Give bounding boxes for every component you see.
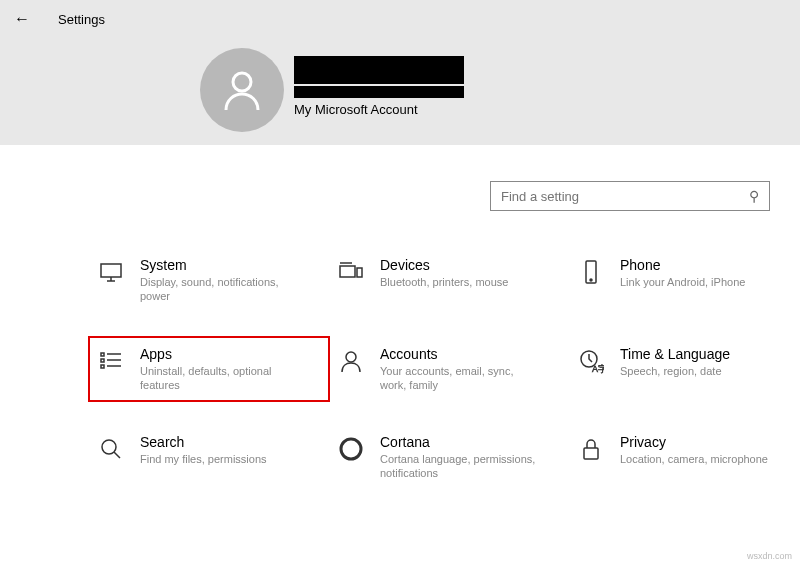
user-icon [218,66,266,114]
phone-icon [574,257,608,285]
tile-system[interactable]: SystemDisplay, sound, notifications, pow… [94,257,324,304]
tile-sub: Location, camera, microphone [620,452,768,466]
tile-title: Devices [380,257,508,273]
tile-search[interactable]: SearchFind my files, permissions [94,434,324,481]
account-section: My Microsoft Account [200,48,464,132]
tile-devices[interactable]: DevicesBluetooth, printers, mouse [334,257,564,304]
ms-account-link[interactable]: My Microsoft Account [294,102,464,117]
search-box[interactable]: ⚲ [490,181,770,211]
svg-rect-16 [584,448,598,459]
tile-title: Time & Language [620,346,730,362]
tile-cortana[interactable]: CortanaCortana language, permissions, no… [334,434,564,481]
tile-sub: Display, sound, notifications, power [140,275,300,304]
tile-accounts[interactable]: AccountsYour accounts, email, sync, work… [334,346,564,393]
svg-point-0 [233,73,251,91]
cortana-icon [334,434,368,462]
redacted-email [294,86,464,98]
svg-rect-1 [101,264,121,277]
tile-apps[interactable]: AppsUninstall, defaults, optional featur… [88,336,330,403]
tile-sub: Cortana language, permissions, notificat… [380,452,540,481]
account-text: My Microsoft Account [294,48,464,117]
settings-grid: SystemDisplay, sound, notifications, pow… [0,211,800,481]
tile-privacy[interactable]: PrivacyLocation, camera, microphone [574,434,800,481]
titlebar: ← Settings [0,0,800,38]
tile-time-language[interactable]: A字 Time & LanguageSpeech, region, date [574,346,800,393]
svg-point-5 [590,279,592,281]
tile-title: Accounts [380,346,540,362]
svg-point-15 [341,439,361,459]
svg-text:A字: A字 [592,364,604,374]
accounts-icon [334,346,368,374]
tile-title: Privacy [620,434,768,450]
svg-rect-8 [101,359,104,362]
tile-sub: Your accounts, email, sync, work, family [380,364,540,393]
tile-sub: Find my files, permissions [140,452,267,466]
apps-icon [94,346,128,374]
header: ← Settings My Microsoft Account [0,0,800,145]
redacted-name [294,56,464,84]
watermark: wsxdn.com [747,551,792,561]
tile-sub: Uninstall, defaults, optional features [140,364,300,393]
svg-point-10 [346,352,356,362]
tile-title: Apps [140,346,300,362]
page-title: Settings [58,12,105,27]
devices-icon [334,257,368,285]
search-area: ⚲ [0,145,800,211]
svg-rect-3 [357,268,362,277]
privacy-icon [574,434,608,462]
tile-title: System [140,257,300,273]
tile-title: Cortana [380,434,540,450]
search-input[interactable] [501,189,741,204]
svg-rect-7 [101,353,104,356]
search-icon: ⚲ [749,188,759,204]
tile-title: Phone [620,257,745,273]
system-icon [94,257,128,285]
tile-phone[interactable]: PhoneLink your Android, iPhone [574,257,800,304]
avatar [200,48,284,132]
time-icon: A字 [574,346,608,374]
svg-rect-9 [101,365,104,368]
tile-sub: Speech, region, date [620,364,730,378]
svg-rect-2 [340,266,355,277]
tile-title: Search [140,434,267,450]
back-button[interactable]: ← [14,10,30,28]
tile-sub: Bluetooth, printers, mouse [380,275,508,289]
tile-sub: Link your Android, iPhone [620,275,745,289]
svg-point-14 [102,440,116,454]
search-tile-icon [94,434,128,462]
